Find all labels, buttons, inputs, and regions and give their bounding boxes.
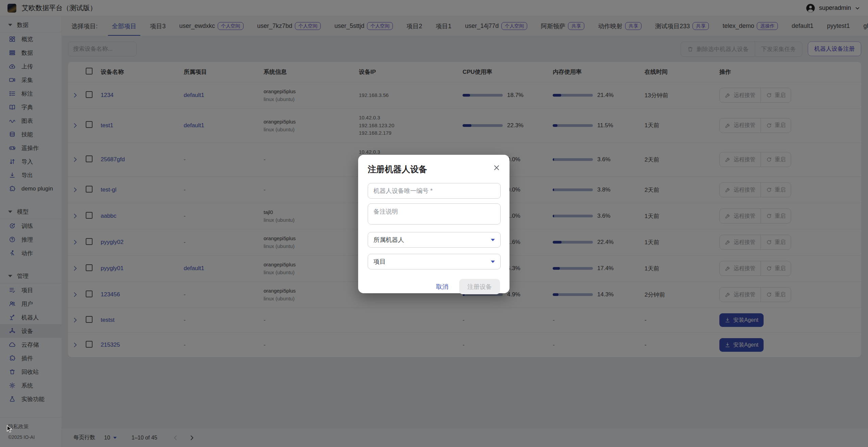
mouse-cursor xyxy=(5,425,14,434)
device-uid-field[interactable] xyxy=(368,183,501,199)
modal-title: 注册机器人设备 xyxy=(368,164,500,175)
close-icon[interactable] xyxy=(493,164,501,172)
robot-select[interactable]: 所属机器人 xyxy=(368,232,501,248)
project-select-label: 项目 xyxy=(373,258,386,266)
project-select[interactable]: 项目 xyxy=(368,254,501,269)
modal-actions: 取消 注册设备 xyxy=(368,279,500,294)
robot-select-label: 所属机器人 xyxy=(373,236,404,244)
remark-field[interactable] xyxy=(368,203,501,225)
app-window: 艾欧数据平台（测试版） superadmin 隐私政策 ©2025 IO-AI … xyxy=(0,0,868,447)
register-device-modal: 注册机器人设备 所属机器人 项目 取消 注册设备 xyxy=(358,155,510,293)
cancel-button[interactable]: 取消 xyxy=(433,280,452,294)
submit-register-button[interactable]: 注册设备 xyxy=(459,279,500,294)
caret-down-icon xyxy=(491,261,495,263)
caret-down-icon xyxy=(491,239,495,241)
